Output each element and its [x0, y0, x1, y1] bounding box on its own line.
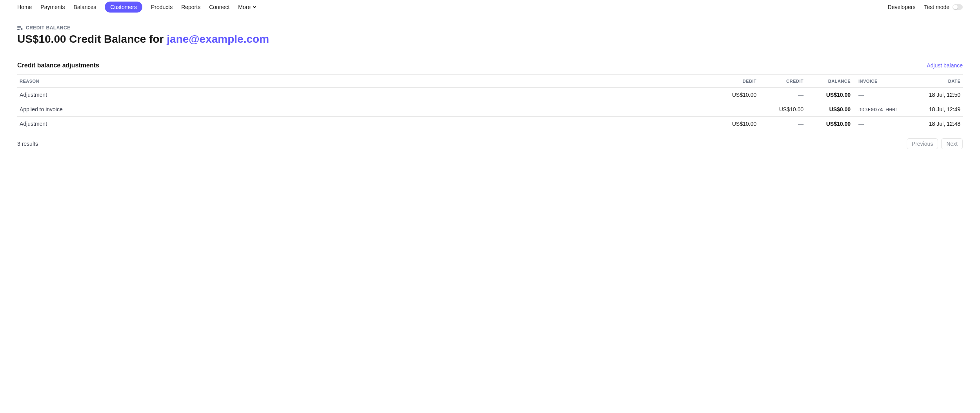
nav-home[interactable]: Home — [17, 2, 32, 13]
nav-products[interactable]: Products — [151, 2, 173, 13]
results-count: 3 results — [17, 141, 38, 147]
cell-invoice: — — [853, 88, 908, 102]
th-reason: REASON — [17, 75, 712, 88]
chevron-down-icon — [252, 5, 257, 9]
nav-test-mode: Test mode — [924, 2, 963, 13]
cell-debit: — — [712, 102, 759, 117]
cell-date: 18 Jul, 12:48 — [908, 117, 963, 131]
page-title: US$10.00 Credit Balance for jane@example… — [17, 33, 963, 45]
nav-connect[interactable]: Connect — [209, 2, 229, 13]
nav-more-label: More — [238, 4, 251, 10]
nav-balances[interactable]: Balances — [74, 2, 96, 13]
table-row[interactable]: Adjustment US$10.00 — US$10.00 — 18 Jul,… — [17, 88, 963, 102]
nav-left: Home Payments Balances Customers Product… — [17, 2, 257, 13]
cell-balance: US$10.00 — [806, 88, 853, 102]
svg-rect-2 — [17, 29, 20, 30]
previous-button[interactable]: Previous — [907, 138, 938, 149]
cell-balance: US$0.00 — [806, 102, 853, 117]
section-header: Credit balance adjustments Adjust balanc… — [17, 62, 963, 69]
nav-more[interactable]: More — [238, 2, 257, 13]
adjust-balance-link[interactable]: Adjust balance — [927, 62, 963, 69]
nav-payments[interactable]: Payments — [40, 2, 65, 13]
svg-point-3 — [21, 28, 23, 30]
cell-credit: US$10.00 — [759, 102, 806, 117]
nav-right: Developers Test mode — [888, 2, 963, 13]
main-content: CREDIT BALANCE US$10.00 Credit Balance f… — [0, 14, 980, 160]
cell-balance: US$10.00 — [806, 117, 853, 131]
cell-date: 18 Jul, 12:50 — [908, 88, 963, 102]
th-credit: CREDIT — [759, 75, 806, 88]
cell-invoice: — — [853, 117, 908, 131]
cell-reason: Adjustment — [17, 88, 712, 102]
adjustments-table: REASON DEBIT CREDIT BALANCE INVOICE DATE… — [17, 74, 963, 131]
svg-rect-1 — [17, 27, 21, 28]
table-footer: 3 results Previous Next — [17, 131, 963, 149]
page-title-prefix: US$10.00 Credit Balance for — [17, 33, 167, 45]
th-date: DATE — [908, 75, 963, 88]
table-row[interactable]: Applied to invoice — US$10.00 US$0.00 3D… — [17, 102, 963, 117]
th-debit: DEBIT — [712, 75, 759, 88]
next-button[interactable]: Next — [941, 138, 963, 149]
th-balance: BALANCE — [806, 75, 853, 88]
test-mode-label: Test mode — [924, 4, 949, 10]
nav-developers[interactable]: Developers — [888, 2, 916, 13]
section-title: Credit balance adjustments — [17, 62, 99, 69]
cell-reason: Applied to invoice — [17, 102, 712, 117]
cell-debit: US$10.00 — [712, 117, 759, 131]
table-header-row: REASON DEBIT CREDIT BALANCE INVOICE DATE — [17, 75, 963, 88]
page-title-email[interactable]: jane@example.com — [167, 33, 269, 45]
nav-reports[interactable]: Reports — [181, 2, 200, 13]
svg-rect-0 — [17, 26, 21, 27]
top-nav: Home Payments Balances Customers Product… — [0, 0, 980, 14]
cell-date: 18 Jul, 12:49 — [908, 102, 963, 117]
eyebrow: CREDIT BALANCE — [17, 25, 963, 31]
cell-debit: US$10.00 — [712, 88, 759, 102]
cell-invoice: 3D3E0D74-0001 — [853, 102, 908, 117]
th-invoice: INVOICE — [853, 75, 908, 88]
eyebrow-text: CREDIT BALANCE — [26, 25, 71, 31]
cell-credit: — — [759, 117, 806, 131]
nav-customers[interactable]: Customers — [105, 2, 142, 13]
pager: Previous Next — [907, 138, 963, 149]
table-row[interactable]: Adjustment US$10.00 — US$10.00 — 18 Jul,… — [17, 117, 963, 131]
cell-reason: Adjustment — [17, 117, 712, 131]
test-mode-toggle[interactable] — [953, 4, 963, 10]
credit-balance-icon — [17, 25, 23, 30]
cell-credit: — — [759, 88, 806, 102]
